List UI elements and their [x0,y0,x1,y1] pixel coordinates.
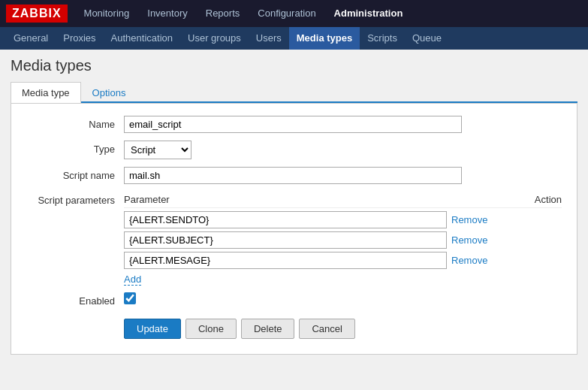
tab-mediatype[interactable]: Media type [11,82,81,103]
subnav-proxies[interactable]: Proxies [56,27,103,50]
type-label: Type [26,141,124,155]
sub-navigation: General Proxies Authentication User grou… [0,27,588,50]
param-row-2: Remove [124,231,562,249]
parameter-col-header: Parameter [124,194,170,205]
scriptname-row: Script name [26,167,562,184]
scriptparams-row: Script parameters Parameter Action Remov… [26,192,562,285]
form-container: Name Type Email SMS Jabber Ez Texting Sc… [11,103,577,355]
scriptparams-label: Script parameters [26,192,124,206]
params-header: Parameter Action [124,192,562,208]
enabled-row: Enabled [26,292,562,307]
update-button[interactable]: Update [124,319,181,339]
enabled-checkbox[interactable] [124,292,136,304]
form-buttons: Update Clone Delete Cancel [124,319,562,339]
page-title: Media types [11,57,577,74]
enabled-label: Enabled [26,292,124,307]
subnav-scripts[interactable]: Scripts [360,27,405,50]
params-table: Parameter Action Remove Remove [124,192,562,285]
param-input-1[interactable] [124,211,447,228]
nav-administration[interactable]: Administration [325,0,412,27]
scriptparams-field-container: Parameter Action Remove Remove [124,192,562,285]
subnav-authentication[interactable]: Authentication [104,27,180,50]
subnav-queue[interactable]: Queue [405,27,449,50]
remove-param-1[interactable]: Remove [451,214,487,225]
subnav-usergroups[interactable]: User groups [180,27,249,50]
nav-inventory[interactable]: Inventory [138,0,196,27]
enabled-field-container [124,292,562,307]
remove-param-2[interactable]: Remove [451,234,487,246]
add-param-link[interactable]: Add [124,274,141,286]
name-input[interactable] [124,116,462,133]
app-logo[interactable]: ZABBIX [6,5,68,23]
type-field-container: Email SMS Jabber Ez Texting Script [124,141,562,159]
nav-reports[interactable]: Reports [197,0,249,27]
param-input-2[interactable] [124,231,447,249]
name-row: Name [26,116,562,133]
add-param-container: Add [124,274,562,285]
param-row-1: Remove [124,211,562,228]
name-label: Name [26,116,124,130]
param-row-3: Remove [124,252,562,269]
tab-bar: Media type Options [11,82,577,103]
page-content: Media types Media type Options Name Type… [0,50,588,362]
cancel-button[interactable]: Cancel [299,319,354,339]
remove-param-3[interactable]: Remove [451,255,487,266]
action-col-header: Action [535,194,562,205]
scriptname-field-container [124,167,562,184]
scriptname-label: Script name [26,167,124,181]
delete-button[interactable]: Delete [241,319,295,339]
subnav-general[interactable]: General [6,27,56,50]
nav-monitoring[interactable]: Monitoring [75,0,139,27]
clone-button[interactable]: Clone [185,319,237,339]
name-field-container [124,116,562,133]
top-nav-links: Monitoring Inventory Reports Configurati… [75,0,412,27]
top-navigation: ZABBIX Monitoring Inventory Reports Conf… [0,0,588,27]
scriptname-input[interactable] [124,167,462,184]
param-input-3[interactable] [124,252,447,269]
nav-configuration[interactable]: Configuration [249,0,324,27]
type-row: Type Email SMS Jabber Ez Texting Script [26,141,562,159]
subnav-users[interactable]: Users [249,27,289,50]
tab-options[interactable]: Options [81,82,137,103]
subnav-mediatypes[interactable]: Media types [289,27,360,50]
type-select[interactable]: Email SMS Jabber Ez Texting Script [124,141,191,159]
